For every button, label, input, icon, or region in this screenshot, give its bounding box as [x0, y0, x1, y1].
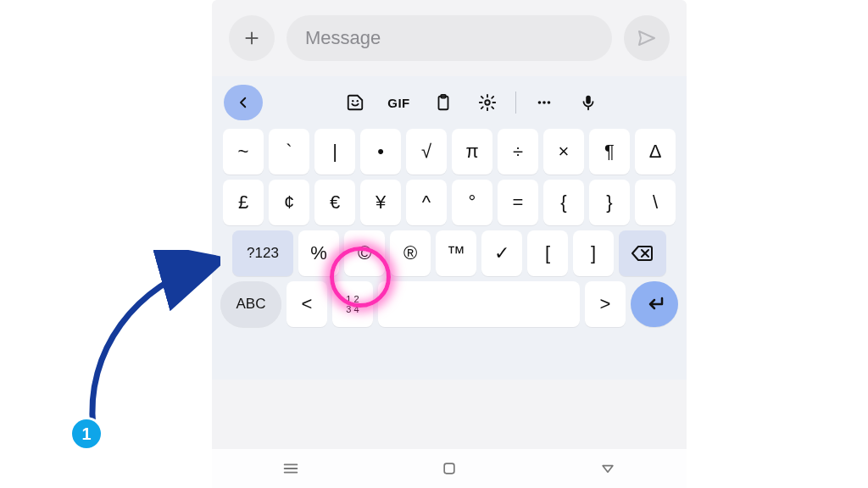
message-placeholder: Message	[305, 27, 381, 49]
key-abc[interactable]: ABC	[220, 281, 281, 327]
key-delta[interactable]: Δ	[635, 129, 676, 175]
svg-point-4	[485, 100, 490, 105]
key-row-3: ?123 % © ® ™ ✓ [ ]	[220, 230, 678, 276]
settings-button[interactable]	[468, 85, 507, 120]
message-bar: Message	[212, 0, 687, 76]
callout-arrow	[76, 250, 220, 445]
clipboard-button[interactable]	[424, 85, 463, 120]
home-icon	[441, 460, 458, 477]
nav-back[interactable]	[596, 457, 620, 480]
keyboard: GIF ~ ` | • √ π ÷ × ¶ Δ	[212, 76, 687, 380]
send-button[interactable]	[624, 15, 670, 61]
key-copyright[interactable]: ©	[344, 230, 385, 276]
key-percent[interactable]: %	[298, 230, 339, 276]
key-backslash[interactable]: \	[635, 180, 676, 225]
svg-point-6	[542, 101, 546, 104]
keyboard-toolbar: GIF	[220, 81, 678, 124]
svg-point-1	[356, 100, 358, 102]
mic-button[interactable]	[569, 85, 608, 120]
dots-icon	[535, 93, 554, 112]
key-euro[interactable]: €	[314, 180, 355, 225]
back-button[interactable]	[224, 85, 263, 120]
key-more-symbols[interactable]: ?123	[232, 230, 293, 276]
nav-recent[interactable]	[279, 457, 303, 480]
key-backspace[interactable]	[619, 230, 666, 276]
recent-icon	[281, 459, 300, 478]
key-pilcrow[interactable]: ¶	[589, 129, 630, 175]
key-gt[interactable]: >	[585, 281, 626, 327]
phone-frame: Message GIF	[212, 0, 687, 488]
key-registered[interactable]: ®	[390, 230, 431, 276]
key-lbracket[interactable]: [	[527, 230, 568, 276]
key-equals[interactable]: =	[498, 180, 538, 225]
key-cent[interactable]: ¢	[269, 180, 309, 225]
enter-icon	[643, 295, 665, 313]
key-numpad[interactable]: 1 2 3 4	[332, 281, 373, 327]
key-multiply[interactable]: ×	[543, 129, 584, 175]
sticker-button[interactable]	[336, 85, 375, 120]
svg-point-7	[547, 101, 550, 104]
message-input[interactable]: Message	[287, 15, 612, 61]
sticker-icon	[346, 93, 364, 112]
key-row-1: ~ ` | • √ π ÷ × ¶ Δ	[220, 129, 678, 175]
key-sqrt[interactable]: √	[406, 129, 447, 175]
key-trademark[interactable]: ™	[436, 230, 476, 276]
gif-button[interactable]: GIF	[380, 85, 419, 120]
send-icon	[637, 28, 657, 48]
svg-point-0	[352, 100, 353, 102]
key-space[interactable]	[378, 281, 580, 327]
key-row-4: ABC < 1 2 3 4 >	[220, 281, 678, 327]
key-divide[interactable]: ÷	[498, 129, 538, 175]
key-tilde[interactable]: ~	[223, 129, 264, 175]
key-degree[interactable]: °	[452, 180, 492, 225]
key-lt[interactable]: <	[287, 281, 327, 327]
svg-point-5	[537, 101, 541, 104]
key-pound[interactable]: £	[223, 180, 264, 225]
key-pi[interactable]: π	[452, 129, 492, 175]
gear-icon	[478, 93, 497, 112]
key-check[interactable]: ✓	[481, 230, 522, 276]
backspace-icon	[631, 244, 654, 263]
step-badge: 1	[72, 419, 101, 448]
nav-home[interactable]	[437, 457, 461, 480]
key-lbrace[interactable]: {	[543, 180, 584, 225]
add-button[interactable]	[229, 15, 275, 61]
key-row-2: £ ¢ € ¥ ^ ° = { } \	[220, 180, 678, 225]
chevron-left-icon	[236, 95, 251, 110]
toolbar-divider	[515, 92, 516, 114]
svg-rect-9	[444, 463, 454, 474]
mic-icon	[579, 93, 598, 112]
plus-icon	[242, 29, 261, 47]
key-enter[interactable]	[631, 281, 678, 327]
system-nav	[212, 449, 687, 488]
clipboard-icon	[434, 93, 453, 112]
key-caret[interactable]: ^	[406, 180, 447, 225]
key-backtick[interactable]: `	[269, 129, 309, 175]
svg-rect-8	[586, 96, 591, 104]
triangle-down-icon	[599, 460, 616, 477]
key-bullet[interactable]: •	[360, 129, 401, 175]
more-button[interactable]	[525, 85, 564, 120]
key-yen[interactable]: ¥	[360, 180, 401, 225]
key-rbrace[interactable]: }	[589, 180, 630, 225]
key-rbracket[interactable]: ]	[573, 230, 614, 276]
key-pipe[interactable]: |	[314, 129, 355, 175]
